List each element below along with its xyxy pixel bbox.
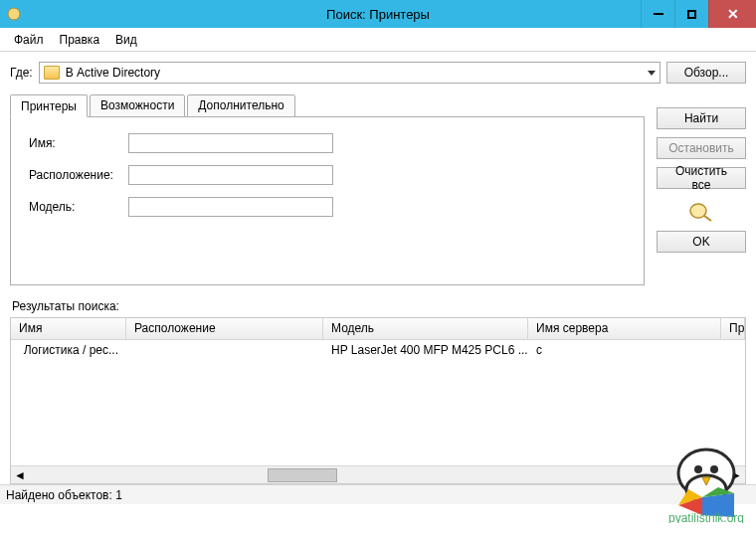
table-row[interactable]: Логистика / рес... HP LaserJet 400 MFP M…: [11, 340, 745, 360]
tab-features[interactable]: Возможности: [90, 94, 185, 117]
model-input[interactable]: [128, 197, 333, 217]
scroll-left-icon[interactable]: ◄: [11, 466, 29, 483]
where-label: Где:: [10, 66, 33, 80]
clear-button[interactable]: Очистить все: [657, 167, 746, 189]
menu-edit[interactable]: Правка: [52, 30, 108, 50]
menu-view[interactable]: Вид: [107, 30, 145, 50]
col-name[interactable]: Имя: [11, 318, 126, 339]
results-rows: Логистика / рес... HP LaserJet 400 MFP M…: [11, 340, 745, 465]
col-pri[interactable]: При: [721, 318, 745, 339]
col-model[interactable]: Модель: [323, 318, 528, 339]
titlebar: Поиск: Принтеры ✕: [0, 0, 756, 28]
cell-model: HP LaserJet 400 MFP M425 PCL6 ...: [331, 343, 528, 357]
name-label: Имя:: [29, 136, 128, 150]
browse-button[interactable]: Обзор...: [666, 62, 746, 84]
window-controls: ✕: [641, 0, 756, 28]
results-panel: Имя Расположение Модель Имя сервера При …: [10, 317, 746, 484]
stop-button[interactable]: Остановить: [657, 137, 746, 159]
cell-name: Логистика / рес...: [24, 343, 118, 357]
location-label: Расположение:: [29, 168, 128, 182]
minimize-button[interactable]: [641, 0, 674, 28]
results-label: Результаты поиска:: [12, 299, 744, 313]
tab-advanced[interactable]: Дополнительно: [187, 94, 294, 117]
tabstrip: Принтеры Возможности Дополнительно: [10, 94, 645, 117]
location-input[interactable]: [128, 165, 333, 185]
svg-line-2: [704, 216, 711, 221]
menubar: Файл Правка Вид: [0, 28, 756, 52]
status-text: Найдено объектов: 1: [6, 488, 122, 502]
close-button[interactable]: ✕: [708, 0, 756, 28]
scroll-right-icon[interactable]: ►: [727, 466, 745, 483]
horizontal-scrollbar[interactable]: ◄ ►: [11, 465, 745, 483]
menu-file[interactable]: Файл: [6, 30, 52, 50]
name-input[interactable]: [128, 133, 333, 153]
side-buttons: Найти Остановить Очистить все OK: [657, 93, 746, 285]
tabs-panel: Принтеры Возможности Дополнительно Имя: …: [10, 93, 645, 285]
cell-server: с: [536, 343, 542, 357]
statusbar: Найдено объектов: 1: [0, 484, 756, 504]
col-server[interactable]: Имя сервера: [528, 318, 721, 339]
tab-printers[interactable]: Принтеры: [10, 94, 88, 117]
directory-icon: [44, 66, 60, 80]
results-header: Имя Расположение Модель Имя сервера При: [11, 318, 745, 340]
ok-button[interactable]: OK: [657, 231, 746, 253]
watermark-text: pyatilistnik.org: [668, 511, 744, 523]
col-location[interactable]: Расположение: [126, 318, 323, 339]
window-title: Поиск: Принтеры: [326, 7, 430, 22]
printer-icon: [19, 344, 20, 356]
find-button[interactable]: Найти: [657, 107, 746, 129]
chevron-down-icon: [648, 71, 656, 76]
tab-body: Имя: Расположение: Модель:: [10, 116, 645, 285]
where-value: В Active Directory: [66, 66, 160, 80]
magnifier-icon: [687, 201, 715, 223]
maximize-button[interactable]: [674, 0, 708, 28]
where-select[interactable]: В Active Directory: [39, 62, 661, 84]
scroll-thumb[interactable]: [268, 468, 337, 482]
svg-point-0: [8, 8, 20, 20]
where-row: Где: В Active Directory Обзор...: [10, 62, 746, 84]
model-label: Модель:: [29, 200, 128, 214]
app-icon: [6, 6, 22, 22]
svg-point-1: [690, 204, 706, 218]
